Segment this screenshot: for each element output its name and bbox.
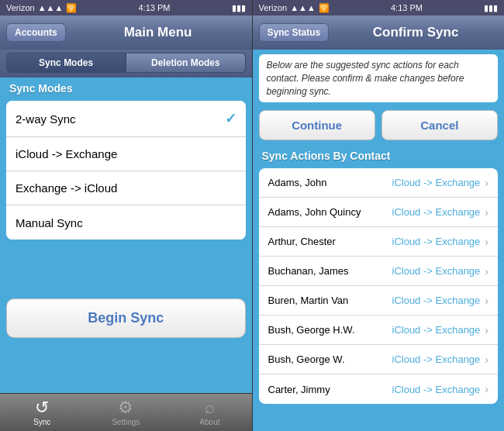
- sync-mode-label-exchange-icloud: Exchange -> iCloud: [16, 181, 117, 195]
- carrier-right: Verizon: [259, 3, 288, 12]
- contact-action: iCloud -> Exchange: [361, 206, 480, 218]
- settings-tab-label: Settings: [112, 418, 140, 426]
- tab-about[interactable]: ⌕ About: [167, 394, 251, 431]
- signal-icon-right: ▲▲▲: [290, 3, 316, 12]
- about-tab-label: About: [199, 418, 219, 426]
- right-phone: Verizon ▲▲▲ 🛜 4:13 PM ▮▮▮ Sync Status Co…: [252, 0, 505, 431]
- contact-name: Buren, Martin Van: [268, 295, 354, 306]
- chevron-icon: ›: [485, 265, 488, 278]
- sync-actions-header: Sync Actions By Contact: [253, 145, 505, 165]
- contact-action: iCloud -> Exchange: [354, 265, 481, 277]
- confirm-description: Below are the suggested sync actions for…: [259, 54, 499, 102]
- status-bar-right: Verizon ▲▲▲ 🛜 4:13 PM ▮▮▮: [253, 0, 505, 16]
- sync-mode-list: 2-way Sync ✓ iCloud -> Exchange Exchange…: [6, 101, 246, 240]
- contact-action: iCloud -> Exchange: [355, 324, 481, 336]
- action-buttons-row: Continue Cancel: [253, 105, 505, 145]
- contact-name: Arthur, Chester: [268, 236, 354, 247]
- carrier-left: Verizon: [6, 3, 35, 12]
- status-bar-left: Verizon ▲▲▲ 🛜 4:13 PM ▮▮▮: [0, 0, 252, 16]
- list-item-icloud-exchange[interactable]: iCloud -> Exchange: [6, 137, 246, 171]
- about-tab-icon: ⌕: [205, 399, 215, 416]
- sync-tab-label: Sync: [33, 418, 50, 426]
- chevron-icon: ›: [485, 236, 488, 248]
- chevron-icon: ›: [485, 383, 488, 395]
- segment-deletion-modes[interactable]: Deletion Modes: [126, 53, 245, 73]
- signal-icon: ▲▲▲: [38, 3, 64, 12]
- continue-button[interactable]: Continue: [259, 110, 375, 140]
- chevron-icon: ›: [485, 177, 488, 189]
- chevron-icon: ›: [485, 295, 488, 307]
- list-item-2way[interactable]: 2-way Sync ✓: [6, 101, 246, 137]
- list-item-exchange-icloud[interactable]: Exchange -> iCloud: [6, 171, 246, 205]
- contact-buren[interactable]: Buren, Martin Van iCloud -> Exchange ›: [259, 286, 499, 315]
- wifi-icon: 🛜: [66, 3, 77, 13]
- contact-carter[interactable]: Carter, Jimmy iCloud -> Exchange ›: [259, 374, 499, 404]
- sync-mode-label-icloud-exchange: iCloud -> Exchange: [16, 147, 117, 160]
- battery-icon-left: ▮▮▮: [232, 3, 246, 13]
- contact-name: Carter, Jimmy: [268, 384, 354, 395]
- contact-bush-hw[interactable]: Bush, George H.W. iCloud -> Exchange ›: [259, 315, 499, 345]
- accounts-back-button[interactable]: Accounts: [6, 23, 66, 42]
- begin-sync-button[interactable]: Begin Sync: [6, 298, 246, 338]
- contact-name: Adams, John Quincy: [268, 206, 361, 218]
- contact-arthur[interactable]: Arthur, Chester iCloud -> Exchange ›: [259, 227, 499, 257]
- nav-bar-left: Accounts Main Menu: [0, 16, 252, 50]
- contact-adams-john[interactable]: Adams, John iCloud -> Exchange ›: [259, 168, 499, 198]
- contact-list: Adams, John iCloud -> Exchange › Adams, …: [259, 168, 499, 404]
- tab-bar-left: ↺ Sync ⚙ Settings ⌕ About: [0, 393, 252, 431]
- list-item-manual-sync[interactable]: Manual Sync: [6, 205, 246, 240]
- sync-tab-icon: ↺: [35, 399, 49, 416]
- contact-action: iCloud -> Exchange: [354, 236, 481, 247]
- contact-action: iCloud -> Exchange: [354, 353, 481, 365]
- time-right: 4:13 PM: [391, 3, 423, 12]
- chevron-icon: ›: [485, 324, 488, 336]
- contact-buchanan[interactable]: Buchanan, James iCloud -> Exchange ›: [259, 257, 499, 286]
- wifi-icon-right: 🛜: [319, 3, 330, 13]
- battery-icon-right: ▮▮▮: [484, 3, 498, 13]
- left-phone: Verizon ▲▲▲ 🛜 4:13 PM ▮▮▮ Accounts Main …: [0, 0, 252, 431]
- confirm-sync-title: Confirm Sync: [333, 25, 498, 40]
- segment-sync-modes[interactable]: Sync Modes: [6, 53, 126, 73]
- sync-mode-label-manual: Manual Sync: [16, 216, 83, 229]
- contact-action: iCloud -> Exchange: [354, 177, 481, 188]
- contact-adams-john-quincy[interactable]: Adams, John Quincy iCloud -> Exchange ›: [259, 198, 499, 227]
- chevron-icon: ›: [485, 206, 488, 219]
- contact-name: Bush, George H.W.: [268, 324, 355, 336]
- sync-modes-header: Sync Modes: [0, 78, 252, 98]
- main-menu-title: Main Menu: [71, 25, 246, 40]
- nav-bar-right: Sync Status Confirm Sync: [253, 16, 505, 50]
- contact-name: Bush, George W.: [268, 353, 354, 365]
- tab-sync[interactable]: ↺ Sync: [0, 394, 84, 431]
- contact-action: iCloud -> Exchange: [354, 295, 481, 306]
- settings-tab-icon: ⚙: [118, 399, 133, 416]
- tab-settings[interactable]: ⚙ Settings: [84, 394, 167, 431]
- cancel-button[interactable]: Cancel: [381, 110, 498, 140]
- contact-name: Adams, John: [268, 177, 354, 188]
- contact-action: iCloud -> Exchange: [354, 384, 481, 395]
- time-left: 4:13 PM: [138, 3, 170, 12]
- checkmark-2way: ✓: [225, 110, 236, 127]
- segment-bar: Sync Modes Deletion Modes: [0, 50, 252, 78]
- begin-sync-wrap: Begin Sync: [0, 286, 252, 350]
- contact-name: Buchanan, James: [268, 265, 354, 277]
- chevron-icon: ›: [485, 353, 488, 366]
- contact-bush-w[interactable]: Bush, George W. iCloud -> Exchange ›: [259, 345, 499, 374]
- sync-mode-label-2way: 2-way Sync: [16, 112, 76, 126]
- sync-status-back-button[interactable]: Sync Status: [259, 23, 330, 42]
